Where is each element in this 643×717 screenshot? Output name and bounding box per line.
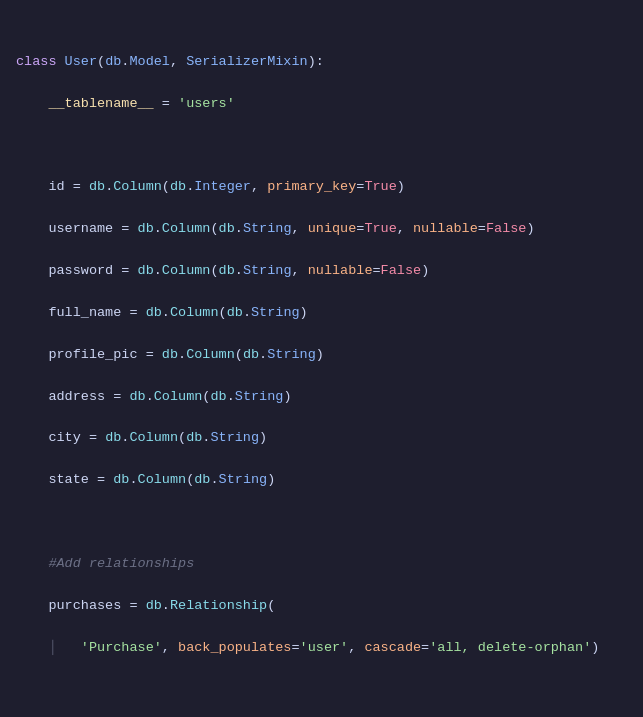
line-2: __tablename__ = 'users' [0, 94, 643, 115]
line-15: │ 'Purchase', back_populates='user', cas… [0, 638, 643, 659]
line-3 [0, 136, 643, 157]
line-10: city = db.Column(db.String) [0, 428, 643, 449]
line-7: full_name = db.Column(db.String) [0, 303, 643, 324]
line-1: class User(db.Model, SerializerMixin): [0, 52, 643, 73]
line-9: address = db.Column(db.String) [0, 387, 643, 408]
line-16 [0, 680, 643, 701]
code-editor: class User(db.Model, SerializerMixin): _… [0, 0, 643, 717]
line-8: profile_pic = db.Column(db.String) [0, 345, 643, 366]
line-4: id = db.Column(db.Integer, primary_key=T… [0, 177, 643, 198]
line-13: #Add relationships [0, 554, 643, 575]
line-6: password = db.Column(db.String, nullable… [0, 261, 643, 282]
line-11: state = db.Column(db.String) [0, 470, 643, 491]
line-14: purchases = db.Relationship( [0, 596, 643, 617]
line-5: username = db.Column(db.String, unique=T… [0, 219, 643, 240]
line-12 [0, 512, 643, 533]
